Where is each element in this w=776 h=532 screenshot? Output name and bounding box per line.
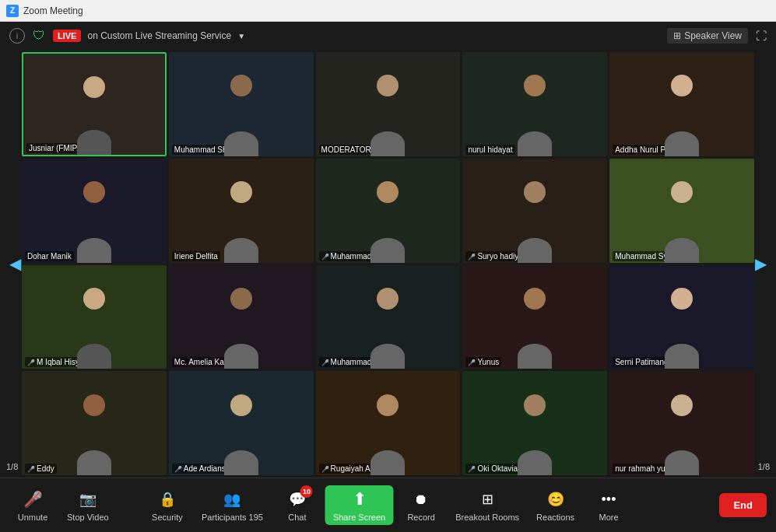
stop-video-button[interactable]: 📷 Stop Video bbox=[61, 485, 115, 525]
record-icon-area: ⏺ bbox=[409, 488, 434, 510]
muted-mic-icon: 🎤 bbox=[468, 254, 476, 261]
page-indicator-right: 1/8 bbox=[758, 462, 770, 471]
participant-silhouette bbox=[609, 265, 754, 369]
muted-mic-icon: 🎤 bbox=[468, 466, 476, 473]
muted-mic-icon: 🎤 bbox=[468, 359, 476, 366]
prev-page-button[interactable]: ◀ bbox=[3, 248, 27, 279]
participant-silhouette bbox=[462, 371, 607, 475]
video-cell: 🎤Ade Ardiansyah bbox=[169, 371, 314, 475]
speaker-view-label: Speaker View bbox=[684, 30, 742, 41]
reactions-icon: 😊 bbox=[547, 491, 564, 508]
participant-silhouette bbox=[22, 371, 167, 475]
unmute-label: Unmute bbox=[18, 513, 48, 522]
shield-icon: 🛡 bbox=[31, 28, 47, 44]
muted-mic-icon: 🎤 bbox=[174, 466, 182, 473]
top-bar-left: i 🛡 LIVE on Custom Live Streaming Servic… bbox=[9, 28, 245, 44]
video-cell: Dohar Manik bbox=[22, 159, 167, 263]
speaker-view-button[interactable]: ⊞ Speaker View bbox=[667, 28, 748, 44]
participant-name-label: Serni Patimang bbox=[613, 357, 670, 367]
security-label: Security bbox=[152, 513, 183, 522]
stop-video-label: Stop Video bbox=[67, 513, 109, 522]
share-screen-button[interactable]: ⬆ Share Screen bbox=[325, 485, 393, 525]
participant-name-label: Dohar Manik bbox=[25, 251, 74, 261]
toolbar-left: 🎤 Unmute 📷 Stop Video bbox=[9, 485, 115, 525]
muted-mic-icon: 🎤 bbox=[27, 359, 35, 366]
video-cell: 🎤Rugaiyah A.Arfah bbox=[316, 371, 461, 475]
chat-label: Chat bbox=[288, 513, 306, 522]
muted-mic-icon: 🎤 bbox=[321, 466, 329, 473]
participant-silhouette bbox=[316, 265, 461, 369]
participant-name-label: 🎤Eddy bbox=[25, 464, 57, 474]
breakout-rooms-label: Breakout Rooms bbox=[455, 513, 519, 522]
participant-silhouette bbox=[22, 159, 167, 263]
video-cell: nur rahmah yusuf bbox=[609, 371, 754, 475]
unmute-button[interactable]: 🎤 Unmute bbox=[9, 485, 56, 525]
streaming-dropdown-arrow[interactable]: ▼ bbox=[237, 32, 245, 40]
participant-silhouette bbox=[462, 52, 607, 156]
participant-silhouette bbox=[316, 159, 461, 263]
participant-silhouette bbox=[22, 265, 167, 369]
participant-silhouette bbox=[609, 159, 754, 263]
video-cell: 🎤Yunus bbox=[462, 265, 607, 369]
share-screen-label: Share Screen bbox=[333, 513, 385, 522]
breakout-rooms-icon: ⊞ bbox=[482, 491, 493, 508]
participant-silhouette bbox=[169, 265, 314, 369]
participants-icon: 👥 bbox=[223, 491, 241, 508]
participant-name-label: nurul hidayat bbox=[465, 145, 514, 155]
video-grid-container: ◀ Jusniar (FMIPA) Muhammad Sha... MODERA… bbox=[0, 50, 776, 478]
video-cell: 🎤Eddy bbox=[22, 371, 167, 475]
participants-button[interactable]: 👥 Participants 195 bbox=[195, 485, 269, 525]
security-button[interactable]: 🔒 Security bbox=[144, 485, 191, 525]
muted-mic-icon: 🎤 bbox=[27, 466, 35, 473]
video-cell: 🎤Oki Oktaviani Dika bbox=[462, 371, 607, 475]
end-button[interactable]: End bbox=[719, 493, 767, 517]
mic-muted-icon: 🎤 bbox=[23, 490, 43, 509]
breakout-rooms-button[interactable]: ⊞ Breakout Rooms bbox=[449, 485, 525, 525]
reactions-button[interactable]: 😊 Reactions bbox=[530, 485, 581, 525]
record-label: Record bbox=[407, 513, 434, 522]
video-cell: Muhammad Sha... bbox=[169, 52, 314, 156]
video-cell: Addha Nurul Putri bbox=[609, 52, 754, 156]
chat-badge: 10 bbox=[300, 485, 313, 498]
toolbar: 🎤 Unmute 📷 Stop Video 🔒 Security 👥 bbox=[0, 478, 776, 532]
record-button[interactable]: ⏺ Record bbox=[398, 485, 444, 525]
participant-silhouette bbox=[23, 54, 165, 155]
participant-name-label: 🎤Yunus bbox=[465, 357, 501, 367]
participant-name-label: Iriene Delfita bbox=[172, 251, 220, 261]
record-icon: ⏺ bbox=[414, 492, 428, 508]
video-cell: Jusniar (FMIPA) bbox=[22, 52, 167, 156]
security-icon-area: 🔒 bbox=[155, 488, 180, 510]
share-screen-icon: ⬆ bbox=[353, 489, 367, 509]
video-cell: 🎤Muhammad Anw... bbox=[316, 159, 461, 263]
video-cell: Iriene Delfita bbox=[169, 159, 314, 263]
participant-silhouette bbox=[609, 371, 754, 475]
video-cell: Muhammad Syahrir bbox=[609, 159, 754, 263]
participant-silhouette bbox=[609, 52, 754, 156]
streaming-service-text: on Custom Live Streaming Service bbox=[87, 30, 231, 41]
unmute-icon-area: 🎤 bbox=[20, 488, 45, 510]
video-cell: Mc. Amelia Kartika bbox=[169, 265, 314, 369]
breakout-rooms-icon-area: ⊞ bbox=[475, 488, 500, 510]
fullscreen-button[interactable]: ⛶ bbox=[756, 30, 767, 42]
camera-icon: 📷 bbox=[79, 491, 97, 508]
video-cell: Serni Patimang bbox=[609, 265, 754, 369]
more-button[interactable]: ••• More bbox=[585, 485, 632, 525]
participant-silhouette bbox=[169, 159, 314, 263]
video-cell: 🎤Suryo hadiyanto... bbox=[462, 159, 607, 263]
reactions-icon-area: 😊 bbox=[543, 488, 568, 510]
participants-icon-area: 👥 bbox=[219, 488, 244, 510]
toolbar-right: End bbox=[719, 493, 767, 517]
muted-mic-icon: 🎤 bbox=[321, 254, 329, 261]
info-icon[interactable]: i bbox=[9, 28, 25, 44]
next-page-button[interactable]: ▶ bbox=[749, 248, 773, 279]
participant-silhouette bbox=[462, 159, 607, 263]
video-cell: 🎤M Iqbal Hisyam ... bbox=[22, 265, 167, 369]
video-cell: MODERATOR M... bbox=[316, 52, 461, 156]
top-bar: i 🛡 LIVE on Custom Live Streaming Servic… bbox=[0, 22, 776, 50]
top-bar-right: ⊞ Speaker View ⛶ bbox=[667, 28, 767, 44]
more-icon: ••• bbox=[602, 492, 616, 508]
muted-mic-icon: 🎤 bbox=[321, 359, 329, 366]
video-cell: nurul hidayat bbox=[462, 52, 607, 156]
chat-button[interactable]: 💬 10 Chat bbox=[274, 485, 321, 525]
chat-icon-area: 💬 10 bbox=[285, 488, 310, 510]
